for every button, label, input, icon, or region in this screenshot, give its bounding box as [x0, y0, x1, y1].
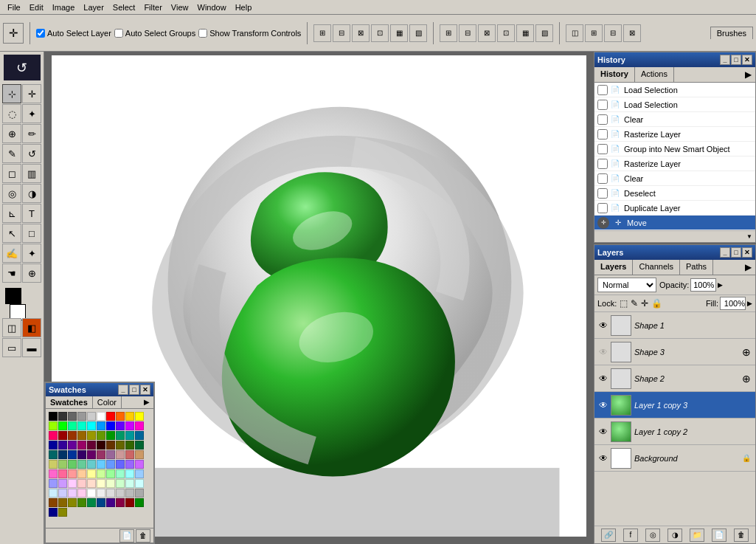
fill-arrow[interactable]: ▶	[747, 300, 752, 307]
swatch-83[interactable]	[77, 489, 86, 497]
align-right-button[interactable]: ⊠	[352, 24, 370, 42]
history-checkbox-8[interactable]	[597, 203, 608, 213]
layers-panel-minimize[interactable]: _	[720, 247, 730, 258]
swatch-22[interactable]	[68, 431, 77, 440]
history-checkbox-7[interactable]	[597, 188, 608, 199]
tab-history[interactable]: History	[594, 67, 635, 82]
opacity-arrow[interactable]: ▶	[718, 281, 723, 289]
history-checkbox-2[interactable]	[597, 114, 608, 125]
swatch-18[interactable]	[125, 421, 134, 430]
history-checkbox-1[interactable]	[597, 100, 608, 110]
magic-wand-tool[interactable]: ✦	[22, 104, 41, 123]
hand-tool[interactable]: ☚	[2, 264, 21, 283]
link-layers-button[interactable]: 🔗	[601, 528, 616, 542]
swatch-85[interactable]	[97, 489, 105, 497]
dodge-tool[interactable]: ◑	[22, 184, 41, 203]
swatch-21[interactable]	[58, 431, 67, 440]
swatch-67[interactable]	[116, 469, 125, 478]
swatch-47[interactable]	[116, 450, 125, 459]
history-checkbox-3[interactable]	[597, 129, 608, 140]
eyedropper-tool[interactable]: ✦	[22, 244, 41, 263]
history-panel-close[interactable]: ✕	[742, 55, 752, 65]
swatch-64[interactable]	[87, 469, 96, 478]
history-panel-options[interactable]: ▶	[741, 67, 755, 82]
lock-position-icon[interactable]: ✛	[641, 298, 648, 309]
opacity-input[interactable]	[690, 278, 716, 292]
extra-btn-2[interactable]: ⊞	[585, 24, 603, 42]
swatch-71[interactable]	[58, 479, 67, 488]
swatch-43[interactable]	[77, 450, 86, 459]
history-item-2[interactable]: 📄 Clear	[594, 112, 755, 127]
tab-actions[interactable]: Actions	[635, 67, 674, 82]
swatch-13[interactable]	[77, 421, 86, 430]
swatch-4[interactable]	[87, 412, 96, 421]
swatch-48[interactable]	[125, 450, 134, 459]
swatch-7[interactable]	[116, 412, 125, 421]
swatch-27[interactable]	[116, 431, 125, 440]
swatch-61[interactable]	[58, 469, 67, 478]
swatch-40[interactable]	[49, 450, 58, 459]
lasso-tool[interactable]: ◌	[2, 104, 21, 123]
swatch-38[interactable]	[125, 441, 134, 450]
new-layer-button[interactable]: 📄	[712, 528, 726, 542]
swatch-2[interactable]	[68, 412, 77, 421]
tab-color[interactable]: Color	[93, 396, 122, 408]
swatches-options[interactable]: ▶	[140, 396, 153, 408]
swatch-11[interactable]	[58, 421, 67, 430]
swatch-31[interactable]	[58, 441, 67, 450]
swatch-101[interactable]	[58, 508, 67, 517]
swatch-84[interactable]	[87, 489, 96, 497]
swatch-89[interactable]	[135, 489, 144, 497]
swatch-76[interactable]	[106, 479, 115, 488]
swatch-45[interactable]	[97, 450, 105, 459]
menu-file[interactable]: File	[3, 1, 25, 13]
swatch-54[interactable]	[87, 460, 96, 469]
swatch-95[interactable]	[97, 498, 105, 507]
swatch-70[interactable]	[49, 479, 58, 488]
swatch-25[interactable]	[97, 431, 105, 440]
swatch-32[interactable]	[68, 441, 77, 450]
swatch-53[interactable]	[77, 460, 86, 469]
layer-visibility-shape3[interactable]: 👁	[597, 346, 609, 358]
align-center-v-button[interactable]: ▦	[390, 24, 408, 42]
history-panel-maximize[interactable]: □	[731, 55, 741, 65]
swatch-0[interactable]	[49, 412, 58, 421]
layer-shape1[interactable]: 👁 Shape 1	[594, 312, 755, 339]
tab-paths[interactable]: Paths	[680, 260, 713, 275]
menu-image[interactable]: Image	[48, 1, 80, 13]
swatch-79[interactable]	[135, 479, 144, 488]
swatch-12[interactable]	[68, 421, 77, 430]
tab-channels[interactable]: Channels	[633, 260, 679, 275]
history-item-6[interactable]: 📄 Clear	[594, 171, 755, 186]
swatch-75[interactable]	[97, 479, 105, 488]
zoom-tool[interactable]: ⊕	[22, 264, 41, 283]
gradient-tool[interactable]: ▥	[22, 164, 41, 183]
swatch-68[interactable]	[125, 469, 134, 478]
auto-select-groups-checkbox[interactable]: Auto Select Groups	[114, 29, 195, 38]
swatch-77[interactable]	[116, 479, 125, 488]
dist-center-h-button[interactable]: ⊟	[459, 24, 476, 42]
swatch-78[interactable]	[125, 479, 134, 488]
swatch-63[interactable]	[77, 469, 86, 478]
swatch-98[interactable]	[125, 498, 134, 507]
swatch-81[interactable]	[58, 489, 67, 497]
extra-btn-1[interactable]: ◫	[566, 24, 583, 42]
swatch-88[interactable]	[125, 489, 134, 497]
notes-tool[interactable]: ✍	[2, 244, 21, 263]
layer-visibility-background[interactable]: 👁	[597, 452, 609, 464]
show-transform-controls-checkbox[interactable]: Show Transform Controls	[198, 29, 301, 38]
full-screen-mode[interactable]: ▭	[2, 338, 21, 357]
swatch-59[interactable]	[135, 460, 144, 469]
history-panel-minimize[interactable]: _	[720, 55, 730, 65]
swatch-73[interactable]	[77, 479, 86, 488]
swatch-36[interactable]	[106, 441, 115, 450]
layers-options-button[interactable]: ▶	[741, 260, 755, 275]
dist-bottom-button[interactable]: ▧	[535, 24, 553, 42]
extra-btn-4[interactable]: ⊠	[623, 24, 641, 42]
shape-tool[interactable]: □	[22, 224, 41, 243]
crop-tool[interactable]: ✛	[22, 84, 41, 103]
swatch-66[interactable]	[106, 469, 115, 478]
history-item-8[interactable]: 📄 Duplicate Layer	[594, 201, 755, 216]
menu-layer[interactable]: Layer	[79, 1, 108, 13]
swatch-35[interactable]	[97, 441, 105, 450]
